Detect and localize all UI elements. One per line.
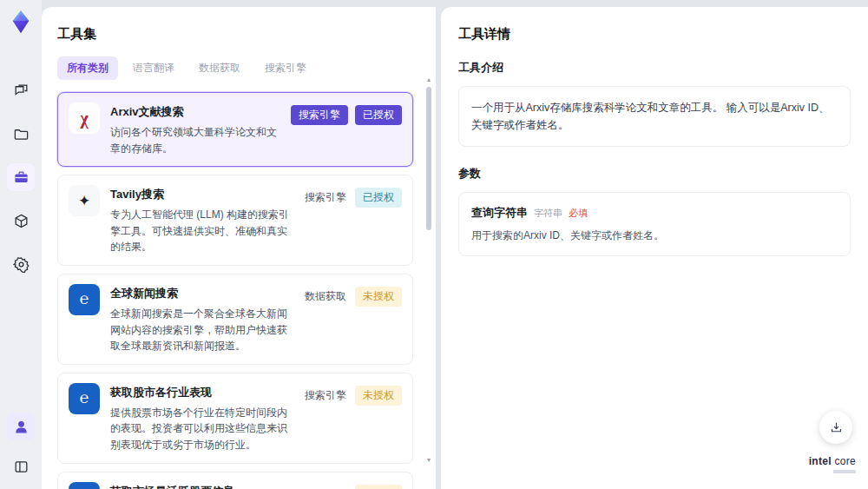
params-heading: 参数 [458,166,851,182]
tool-name: Tavily搜索 [110,187,293,202]
tool-desc: 提供股票市场各个行业在特定时间段内的表现。投资者可以利用这些信息来识别表现优于或… [110,405,293,453]
news-search-icon-glyph: ℮ [80,290,89,308]
sidebar-item-files[interactable] [7,120,35,148]
scroll-down-icon[interactable]: ▼ [424,457,433,463]
param-name: 查询字符串 [471,205,528,221]
tool-list-panel: 工具集 所有类别 语言翻译 数据获取 搜索引擎 χ Arxiv文献搜索 访问各个… [42,7,436,489]
intro-heading: 工具介绍 [458,60,851,76]
stock-sector-icon: ℮ [69,383,100,414]
active-stocks-icon: ℮ [69,482,100,489]
tool-name: 获取市场最活跃股票信息 [110,484,293,489]
param-required-badge: 必填 [569,207,588,220]
arxiv-icon: χ [69,102,100,134]
status-badge: 已授权 [355,188,402,208]
arxiv-icon-glyph: χ [80,109,88,129]
tool-card-active-stocks[interactable]: ℮ 获取市场最活跃股票信息 提供当天交易量最高的股票列表，投资者可以利用这些信息… [57,472,413,489]
category-label: 数据获取 [303,287,348,307]
tool-desc: 专为人工智能代理 (LLM) 构建的搜索引擎工具。可快速提供实时、准确和真实的结… [110,207,293,255]
sidebar-item-account[interactable] [7,413,35,440]
tool-name: 全球新闻搜索 [110,286,293,301]
intel-core-logo: intel core [809,455,856,473]
chat-icon [13,83,30,99]
category-label: 搜索引擎 [303,188,348,208]
folder-icon [13,126,30,142]
tool-card-global-news[interactable]: ℮ 全球新闻搜索 全球新闻搜索是一个聚合全球各大新闻网站内容的搜索引擎，帮助用户… [57,274,413,365]
app-logo-icon[interactable] [8,9,34,35]
sidebar-item-models[interactable] [7,207,35,235]
brand-underline [833,470,856,473]
tab-data-fetch[interactable]: 数据获取 [189,56,250,80]
download-button[interactable] [819,411,852,444]
sidebar-item-collapse[interactable] [7,453,35,480]
intro-text: 一个用于从Arxiv存储库搜索科学论文和文章的工具。 输入可以是Arxiv ID… [471,99,838,134]
category-badge: 搜索引擎 [291,105,348,125]
panel-toggle-icon [13,459,30,475]
scrollbar-thumb[interactable] [426,87,431,230]
tool-card-arxiv[interactable]: χ Arxiv文献搜索 访问各个研究领域大量科学论文和文章的存储库。 搜索引擎 … [57,92,413,167]
gear-icon [13,256,30,273]
tab-all-categories[interactable]: 所有类别 [57,56,118,80]
tool-card-tavily[interactable]: ✦ Tavily搜索 专为人工智能代理 (LLM) 构建的搜索引擎工具。可快速提… [57,175,413,266]
intro-card: 一个用于从Arxiv存储库搜索科学论文和文章的工具。 输入可以是Arxiv ID… [458,86,851,147]
param-type: 字符串 [534,207,562,220]
toolbox-icon [13,169,30,186]
tool-card-stock-sectors[interactable]: ℮ 获取股市各行业表现 提供股票市场各个行业在特定时间段内的表现。投资者可以利用… [57,373,413,464]
cube-icon [13,213,30,229]
tool-name: Arxiv文献搜索 [110,104,280,120]
category-label: 搜索引擎 [303,485,348,489]
detail-title: 工具详情 [458,26,851,43]
param-desc: 用于搜索的Arxiv ID、关键字或作者姓名。 [471,228,838,243]
left-rail [0,0,42,489]
sidebar-item-tools[interactable] [7,163,35,191]
category-tabs: 所有类别 语言翻译 数据获取 搜索引擎 [57,56,413,80]
tool-desc: 全球新闻搜索是一个聚合全球各大新闻网站内容的搜索引擎，帮助用户快速获取全球最新资… [110,306,293,354]
sidebar-item-chat[interactable] [7,76,35,104]
tool-list: χ Arxiv文献搜索 访问各个研究领域大量科学论文和文章的存储库。 搜索引擎 … [57,92,413,489]
list-scrollbar[interactable]: ▲ ▼ [424,76,433,484]
brand-light: core [834,455,856,467]
download-icon [829,420,844,435]
sidebar-item-settings[interactable] [7,250,35,278]
brand-bold: intel [809,455,832,467]
category-label: 搜索引擎 [303,386,348,406]
status-badge: 未授权 [355,287,402,307]
tool-detail-panel: 工具详情 工具介绍 一个用于从Arxiv存储库搜索科学论文和文章的工具。 输入可… [441,7,868,489]
page-title: 工具集 [57,26,413,43]
status-badge: 未授权 [355,485,402,489]
tab-language-translation[interactable]: 语言翻译 [123,56,184,80]
tool-desc: 访问各个研究领域大量科学论文和文章的存储库。 [110,124,280,156]
user-icon [13,419,30,435]
status-badge: 已授权 [355,105,402,125]
tavily-icon: ✦ [69,185,100,216]
scroll-up-icon[interactable]: ▲ [424,76,433,83]
tab-search-engine[interactable]: 搜索引擎 [255,56,316,80]
tavily-icon-glyph: ✦ [78,192,90,210]
status-badge: 未授权 [355,386,402,406]
tool-name: 获取股市各行业表现 [110,385,293,400]
stock-sector-icon-glyph: ℮ [80,389,89,407]
news-search-icon: ℮ [69,284,100,315]
param-card: 查询字符串 字符串 必填 用于搜索的Arxiv ID、关键字或作者姓名。 [458,192,851,256]
